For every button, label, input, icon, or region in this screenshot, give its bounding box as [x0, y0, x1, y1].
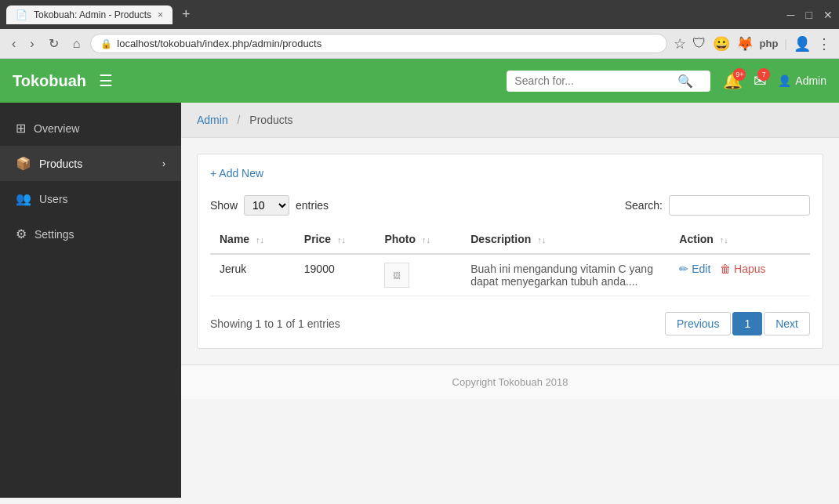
menu-icon[interactable]: ⋮ [817, 35, 831, 53]
col-description[interactable]: Description ↑↓ [461, 225, 670, 254]
price-sort-icon: ↑↓ [337, 235, 346, 245]
window-close-button[interactable]: ✕ [823, 9, 833, 21]
content-area: Admin / Products + Add New Show [181, 103, 839, 498]
window-minimize-button[interactable]: ─ [787, 9, 795, 21]
home-button[interactable]: ⌂ [69, 35, 85, 53]
users-icon: 👥 [16, 191, 31, 206]
edit-button[interactable]: ✏ Edit [679, 263, 710, 275]
new-tab-button[interactable]: + [177, 5, 195, 24]
overview-icon: ⊞ [16, 121, 26, 136]
sidebar: ⊞ Overview 📦 Products › 👥 Users ⚙ Settin… [0, 103, 181, 498]
col-name[interactable]: Name ↑↓ [210, 225, 295, 254]
search-button[interactable]: 🔍 [677, 74, 693, 89]
pagination-info: Showing 1 to 1 of 1 entries [210, 317, 340, 330]
sidebar-item-overview[interactable]: ⊞ Overview [0, 111, 181, 146]
profile-icon[interactable]: 👤 [794, 35, 811, 53]
products-table: Name ↑↓ Price ↑↓ Photo ↑ [210, 225, 810, 296]
cell-name: Jeruk [210, 254, 295, 296]
sidebar-label-users: Users [39, 193, 165, 205]
search-input[interactable] [514, 74, 671, 87]
cell-action: ✏ Edit 🗑 Hapus [670, 254, 810, 296]
notification-badge: 9+ [733, 68, 746, 81]
table-search-input[interactable] [669, 195, 810, 216]
table-controls: Show 10 25 50 100 entries Search [210, 195, 810, 216]
col-action[interactable]: Action ↑↓ [670, 225, 810, 254]
sidebar-label-settings: Settings [35, 228, 165, 241]
desc-sort-icon: ↑↓ [537, 235, 546, 245]
add-new-button[interactable]: + Add New [210, 167, 263, 179]
table-row: Jeruk 19000 🖼 Buah ini mengandung vitami… [210, 254, 810, 296]
brand-logo: Tokobuah [13, 72, 86, 90]
sidebar-item-users[interactable]: 👥 Users [0, 181, 181, 216]
breadcrumb-separator: / [238, 114, 241, 126]
global-search: 🔍 [507, 71, 710, 92]
footer-text: Copyright Tokobuah 2018 [452, 376, 568, 388]
settings-icon: ⚙ [16, 227, 27, 241]
emoji-icon[interactable]: 😀 [713, 35, 730, 53]
sidebar-label-products: Products [39, 158, 154, 170]
window-maximize-button[interactable]: □ [806, 9, 812, 21]
photo-image: 🖼 [384, 263, 409, 288]
sidebar-arrow-products: › [162, 158, 165, 169]
admin-label: Admin [795, 74, 826, 87]
entries-label: entries [296, 199, 329, 212]
php-icon: php [760, 38, 779, 49]
tab-title: Tokobuah: Admin - Products [34, 9, 151, 20]
pagination-area: Showing 1 to 1 of 1 entries Previous 1 N… [210, 312, 810, 335]
forward-button[interactable]: › [26, 35, 38, 53]
add-new-label: + Add New [210, 167, 263, 179]
search-label: Search: [625, 199, 663, 212]
table-search-control: Search: [625, 195, 810, 216]
tab-icon: 📄 [16, 9, 27, 20]
tab-close-button[interactable]: × [158, 9, 163, 20]
bookmark-icon[interactable]: ☆ [674, 35, 686, 53]
cell-photo: 🖼 [375, 254, 461, 296]
shield-icon[interactable]: 🛡 [692, 35, 706, 52]
photo-sort-icon: ↑↓ [422, 235, 430, 245]
delete-button[interactable]: 🗑 Hapus [720, 263, 765, 275]
show-entries-control: Show 10 25 50 100 entries [210, 195, 329, 216]
pagination-buttons: Previous 1 Next [665, 312, 810, 335]
notification-button[interactable]: 🔔 9+ [723, 71, 743, 90]
sidebar-label-overview: Overview [34, 122, 165, 135]
products-icon: 📦 [16, 156, 31, 171]
footer: Copyright Tokobuah 2018 [181, 364, 839, 399]
page-1-button[interactable]: 1 [732, 312, 762, 335]
col-price[interactable]: Price ↑↓ [295, 225, 376, 254]
breadcrumb: Admin / Products [181, 103, 839, 138]
show-label: Show [210, 199, 238, 212]
app-header: Tokobuah ☰ 🔍 🔔 9+ ✉ 7 👤 Admin [0, 59, 839, 103]
entries-select[interactable]: 10 25 50 100 [244, 195, 289, 216]
address-bar[interactable]: 🔒 localhost/tokobuah/index.php/admin/pro… [90, 34, 666, 53]
sidebar-item-settings[interactable]: ⚙ Settings [0, 216, 181, 252]
previous-button[interactable]: Previous [665, 312, 731, 335]
reload-button[interactable]: ↻ [45, 34, 63, 53]
url-text: localhost/tokobuah/index.php/admin/produ… [117, 38, 321, 49]
breadcrumb-current: Products [249, 114, 292, 126]
back-button[interactable]: ‹ [8, 35, 20, 53]
cell-price: 19000 [295, 254, 376, 296]
breadcrumb-admin-link[interactable]: Admin [197, 114, 228, 126]
message-button[interactable]: ✉ 7 [754, 71, 767, 90]
firefox-icon[interactable]: 🦊 [736, 35, 754, 53]
sidebar-item-products[interactable]: 📦 Products › [0, 146, 181, 181]
action-sort-icon: ↑↓ [720, 235, 728, 245]
browser-tab[interactable]: 📄 Tokobuah: Admin - Products × [6, 5, 173, 24]
admin-menu-button[interactable]: 👤 Admin [778, 74, 826, 87]
hamburger-button[interactable]: ☰ [99, 71, 113, 90]
cell-description: Buah ini mengandung vitamin C yang dapat… [461, 254, 670, 296]
col-photo[interactable]: Photo ↑↓ [375, 225, 461, 254]
name-sort-icon: ↑↓ [256, 235, 264, 245]
message-badge: 7 [757, 68, 770, 81]
next-button[interactable]: Next [764, 312, 810, 335]
admin-avatar-icon: 👤 [778, 74, 791, 87]
